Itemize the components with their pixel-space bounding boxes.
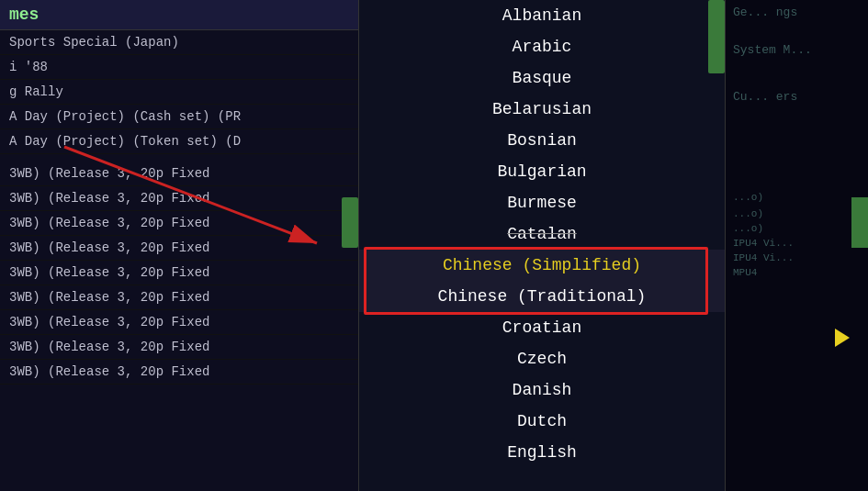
language-dropdown[interactable]: Albanian Arabic Basque Belarusian Bosnia… xyxy=(358,0,726,491)
language-item-bulgarian[interactable]: Bulgarian xyxy=(359,156,725,187)
bg-text: ...o) xyxy=(726,109,868,206)
language-list[interactable]: Albanian Arabic Basque Belarusian Bosnia… xyxy=(359,0,725,491)
background-right: Ge... ngs System M... Cu... ers ...o) ..… xyxy=(726,0,868,491)
language-item-albanian[interactable]: Albanian xyxy=(359,0,725,31)
bg-text: ...o) xyxy=(726,206,868,221)
right-arrow-icon xyxy=(835,329,850,347)
language-item-croatian[interactable]: Croatian xyxy=(359,312,725,343)
list-item[interactable]: i '88 xyxy=(0,55,358,80)
language-item-english[interactable]: English xyxy=(359,437,725,468)
language-item-danish[interactable]: Danish xyxy=(359,374,725,406)
bg-text: IPU4 Vi... xyxy=(726,251,868,265)
bg-text: MPU4 xyxy=(726,265,868,280)
list-item[interactable]: 3WB) (Release 3, 20p Fixed xyxy=(0,285,358,310)
language-item-chinese-traditional[interactable]: Chinese (Traditional) xyxy=(359,281,725,312)
language-item-belarusian[interactable]: Belarusian xyxy=(359,94,725,125)
left-panel-title: mes xyxy=(0,0,358,30)
language-item-dutch[interactable]: Dutch xyxy=(359,406,725,437)
list-item[interactable]: 3WB) (Release 3, 20p Fixed xyxy=(0,310,358,335)
left-scrollbar-thumb[interactable] xyxy=(342,197,358,248)
bg-text: IPU4 Vi... xyxy=(726,236,868,251)
language-item-arabic[interactable]: Arabic xyxy=(359,31,725,62)
list-item[interactable]: A Day (Project) (Token set) (D xyxy=(0,129,358,154)
list-item[interactable]: 3WB) (Release 3, 20p Fixed xyxy=(0,360,358,385)
list-item[interactable]: 3WB) (Release 3, 20p Fixed xyxy=(0,261,358,285)
language-item-burmese[interactable]: Burmese xyxy=(359,187,725,218)
bg-text: System M... xyxy=(726,25,868,62)
language-item-bosnian[interactable]: Bosnian xyxy=(359,125,725,156)
list-item[interactable]: Sports Special (Japan) xyxy=(0,30,358,55)
language-item-basque[interactable]: Basque xyxy=(359,62,725,94)
list-item[interactable]: 3WB) (Release 3, 20p Fixed xyxy=(0,162,358,186)
list-item[interactable]: 3WB) (Release 3, 20p Fixed xyxy=(0,186,358,211)
bg-text: Cu... ers xyxy=(726,62,868,109)
left-panel: mes Sports Special (Japan) i '88 g Rally… xyxy=(0,0,358,491)
list-item[interactable]: 3WB) (Release 3, 20p Fixed xyxy=(0,335,358,360)
language-item-chinese-simplified[interactable]: Chinese (Simplified) xyxy=(359,250,725,281)
list-item[interactable]: g Rally xyxy=(0,80,358,105)
bg-text: ...o) xyxy=(726,221,868,236)
language-item-czech[interactable]: Czech xyxy=(359,343,725,374)
right-scrollbar-thumb[interactable] xyxy=(851,197,868,248)
bg-text: Ge... ngs xyxy=(726,0,868,25)
list-item[interactable]: 3WB) (Release 3, 20p Fixed xyxy=(0,211,358,236)
list-item[interactable]: A Day (Project) (Cash set) (PR xyxy=(0,105,358,129)
language-item-catalan[interactable]: Catalan xyxy=(359,218,725,250)
list-item[interactable]: 3WB) (Release 3, 20p Fixed xyxy=(0,236,358,261)
